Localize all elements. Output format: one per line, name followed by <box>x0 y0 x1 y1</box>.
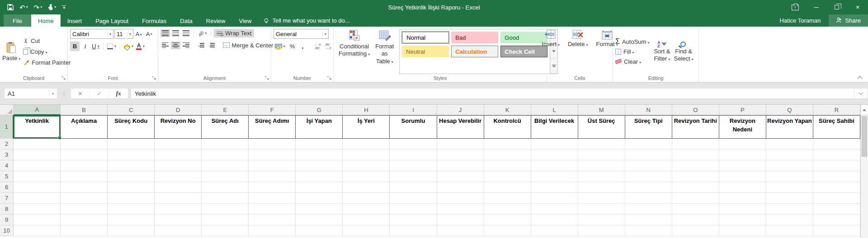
share-button[interactable]: Share <box>829 14 868 27</box>
column-header-N[interactable]: N <box>625 105 672 115</box>
empty-cell[interactable] <box>108 204 155 214</box>
top-align-button[interactable] <box>160 29 170 37</box>
empty-cell[interactable] <box>719 204 766 214</box>
empty-cell[interactable] <box>155 160 202 171</box>
header-cell[interactable]: Süreç Sahibi <box>813 116 860 138</box>
empty-cell[interactable] <box>296 193 343 203</box>
cell-style-bad[interactable]: Bad <box>451 32 498 43</box>
tab-formulas[interactable]: Formulas <box>135 14 173 27</box>
empty-cell[interactable] <box>719 139 766 149</box>
tab-data[interactable]: Data <box>173 14 199 27</box>
delete-cells-button[interactable]: Delete <box>564 29 592 74</box>
empty-cell[interactable] <box>625 160 672 171</box>
empty-cell[interactable] <box>155 139 202 149</box>
empty-cell[interactable] <box>813 215 860 225</box>
empty-cell[interactable] <box>14 171 61 182</box>
header-cell[interactable]: Revizyon Yapan <box>766 116 813 138</box>
empty-cell[interactable] <box>625 225 672 236</box>
cell-style-neutral[interactable]: Neutral <box>402 46 449 57</box>
find-select-button[interactable]: Find &Select <box>674 41 693 63</box>
header-cell[interactable]: Süreç Tipi <box>625 116 672 138</box>
empty-cell[interactable] <box>155 171 202 182</box>
empty-cell[interactable] <box>625 149 672 160</box>
empty-cell[interactable] <box>249 225 296 236</box>
header-cell[interactable]: İş Yeri <box>343 116 390 138</box>
name-box[interactable]: A1▾ <box>4 88 57 99</box>
empty-cell[interactable] <box>437 182 484 192</box>
empty-cell[interactable] <box>343 225 390 236</box>
font-dialog-launcher[interactable] <box>152 76 156 80</box>
empty-cell[interactable] <box>61 193 108 203</box>
empty-cell[interactable] <box>155 215 202 225</box>
empty-cell[interactable] <box>61 139 108 149</box>
empty-cell[interactable] <box>61 160 108 171</box>
empty-cell[interactable] <box>249 193 296 203</box>
empty-cell[interactable] <box>14 225 61 236</box>
empty-cell[interactable] <box>437 160 484 171</box>
select-all-button[interactable] <box>0 105 14 115</box>
close-icon[interactable]: × <box>847 0 868 14</box>
empty-cell[interactable] <box>296 149 343 160</box>
empty-cell[interactable] <box>672 160 719 171</box>
tab-page-layout[interactable]: Page Layout <box>89 14 135 27</box>
row-header-6[interactable]: 6 <box>0 182 14 193</box>
empty-cell[interactable] <box>484 149 531 160</box>
empty-cell[interactable] <box>202 182 249 192</box>
empty-cell[interactable] <box>719 171 766 182</box>
borders-button[interactable] <box>106 42 117 51</box>
header-cell[interactable]: Süreç Adı <box>202 116 249 138</box>
increase-decimal-button[interactable]: ←.0.00 <box>313 42 322 51</box>
empty-cell[interactable] <box>14 160 61 171</box>
format-painter-button[interactable]: Format Painter <box>23 58 71 67</box>
empty-cell[interactable] <box>61 225 108 236</box>
vertical-scrollbar[interactable] <box>860 105 868 238</box>
empty-cell[interactable] <box>296 215 343 225</box>
column-header-B[interactable]: B <box>61 105 108 115</box>
column-header-L[interactable]: L <box>531 105 578 115</box>
empty-cell[interactable] <box>390 171 437 182</box>
touch-mode-button[interactable]: ▾ <box>48 4 56 10</box>
empty-cell[interactable] <box>484 204 531 214</box>
empty-cell[interactable] <box>531 215 578 225</box>
empty-cell[interactable] <box>672 149 719 160</box>
column-header-I[interactable]: I <box>390 105 437 115</box>
empty-cell[interactable] <box>437 149 484 160</box>
empty-cell[interactable] <box>531 149 578 160</box>
tab-review[interactable]: Review <box>199 14 232 27</box>
empty-cell[interactable] <box>531 160 578 171</box>
empty-cell[interactable] <box>531 139 578 149</box>
empty-cell[interactable] <box>766 215 813 225</box>
header-cell[interactable]: Açıklama <box>61 116 108 138</box>
paste-button[interactable]: Paste <box>2 29 20 74</box>
header-cell[interactable]: Revizyon Tarihi <box>672 116 719 138</box>
increase-indent-button[interactable] <box>207 42 216 49</box>
empty-cell[interactable] <box>14 139 61 149</box>
row-header-2[interactable]: 2 <box>0 139 14 149</box>
empty-cell[interactable] <box>390 193 437 203</box>
expand-formula-bar-icon[interactable] <box>854 88 868 99</box>
empty-cell[interactable] <box>813 160 860 171</box>
empty-cell[interactable] <box>766 225 813 236</box>
save-icon[interactable] <box>7 4 14 10</box>
empty-cell[interactable] <box>531 193 578 203</box>
empty-cell[interactable] <box>343 182 390 192</box>
font-size-combo[interactable]: 11▾ <box>114 29 133 39</box>
empty-cell[interactable] <box>672 182 719 192</box>
empty-cell[interactable] <box>625 182 672 192</box>
undo-button[interactable]: ↶▾ <box>19 4 28 11</box>
empty-cell[interactable] <box>249 215 296 225</box>
empty-cell[interactable] <box>484 193 531 203</box>
wrap-text-button[interactable]: Wrap Text <box>214 29 254 37</box>
empty-cell[interactable] <box>155 204 202 214</box>
align-right-button[interactable] <box>181 42 191 49</box>
empty-cell[interactable] <box>813 171 860 182</box>
empty-cell[interactable] <box>390 225 437 236</box>
sort-filter-button[interactable]: AZ Sort &Filter <box>654 41 670 63</box>
font-family-combo[interactable]: Calibri▾ <box>70 29 113 39</box>
empty-cell[interactable] <box>766 149 813 160</box>
minimize-icon[interactable] <box>806 0 826 14</box>
empty-cell[interactable] <box>625 204 672 214</box>
increase-font-size-button[interactable]: A▲ <box>134 29 144 39</box>
empty-cell[interactable] <box>578 139 625 149</box>
tell-me-box[interactable]: Tell me what you want to do... <box>258 14 355 27</box>
